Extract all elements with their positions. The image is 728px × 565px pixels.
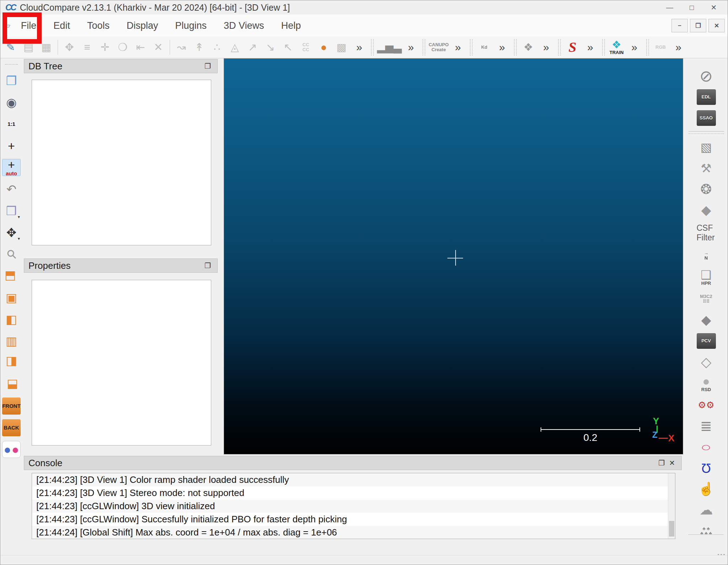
perspective-cube-icon[interactable]: ❒: [2, 202, 21, 219]
toolbar-drag-handle[interactable]: [602, 39, 605, 55]
toolbar-drag-handle[interactable]: [646, 39, 649, 55]
m3c2-plugin-icon[interactable]: M3C2⠿⠿: [697, 291, 716, 307]
left-view-icon[interactable]: ◧: [2, 311, 21, 328]
zoom-magnifier-icon[interactable]: ⚲: [2, 246, 21, 263]
animation-plugin-icon[interactable]: ▧: [697, 139, 716, 155]
cloud-cloud-distance-icon[interactable]: ↗: [244, 38, 261, 56]
global-shift-icon[interactable]: ✥: [61, 38, 78, 56]
checkerboard-icon[interactable]: ▩: [333, 38, 350, 56]
console-log[interactable]: [21:44:23] [3D View 1] Color ramp shader…: [32, 473, 675, 539]
point-pair-align-icon[interactable]: ↖: [280, 38, 297, 56]
menu-display[interactable]: Display: [118, 18, 167, 33]
no-filter-icon[interactable]: ⊘: [697, 68, 716, 84]
db-tree-view[interactable]: [32, 80, 211, 245]
histogram-icon[interactable]: ▂▅▃: [377, 38, 402, 56]
float-panel-icon[interactable]: ❐: [202, 261, 213, 270]
edl-shader-icon[interactable]: EDL: [697, 89, 716, 105]
properties-view[interactable]: [32, 280, 211, 446]
hpr-plugin-icon[interactable]: ❑HPR: [697, 269, 716, 286]
mdi-restore-button[interactable]: ❐: [690, 19, 706, 32]
save-all-icon[interactable]: ▦: [38, 38, 55, 56]
cloud-ruler-icon[interactable]: ☁: [697, 502, 716, 518]
iso-front-view-icon[interactable]: FRONT: [2, 398, 21, 415]
menu-file[interactable]: File: [12, 18, 45, 33]
zoom-1-1-icon[interactable]: 1:1: [2, 116, 21, 133]
primitive-factory-icon[interactable]: ●: [315, 38, 332, 56]
previous-view-icon[interactable]: ↶: [2, 181, 21, 198]
stereo-glasses-icon[interactable]: ●: [2, 441, 21, 458]
puzzle-overflow-button[interactable]: »: [538, 38, 555, 56]
segment-icon[interactable]: ↝: [173, 38, 190, 56]
save-icon[interactable]: ▤: [20, 38, 37, 56]
menu-3d-views[interactable]: 3D Views: [215, 18, 273, 33]
magnet-broom-icon[interactable]: Ω: [697, 460, 716, 476]
puzzle-plugin-icon[interactable]: ❖: [520, 38, 537, 56]
colorimetric-gears-icon[interactable]: ⚙⚙: [697, 397, 716, 413]
masc-train-icon[interactable]: ❖TRAIN: [608, 38, 625, 56]
right-view-icon[interactable]: ◧: [2, 354, 21, 371]
hand-picking-icon[interactable]: ☝: [697, 481, 716, 497]
rgb-plugin-icon[interactable]: RGB: [652, 38, 669, 56]
menu-help[interactable]: Help: [273, 18, 310, 33]
3d-viewport[interactable]: 0.2 Y Z X: [224, 58, 683, 454]
console-scrollbar[interactable]: [668, 473, 675, 539]
maximize-button[interactable]: □: [681, 0, 703, 15]
kd-tree-icon[interactable]: Kd: [476, 38, 493, 56]
kd-overflow-button[interactable]: »: [494, 38, 511, 56]
compute-normals-icon[interactable]: ↟: [191, 38, 208, 56]
close-panel-icon[interactable]: ✕: [667, 459, 677, 467]
csf-s-curve-icon[interactable]: S: [564, 38, 581, 56]
subsample-icon[interactable]: ∴: [208, 38, 225, 56]
statistical-test-icon[interactable]: CCCC: [297, 38, 314, 56]
pick-rotation-center-icon[interactable]: +: [2, 137, 21, 154]
iso-back-view-icon[interactable]: BACK: [2, 419, 21, 436]
pcv-plugin-icon[interactable]: PCV: [697, 333, 716, 349]
minimize-button[interactable]: —: [659, 0, 681, 15]
mdi-minimize-button[interactable]: –: [671, 19, 688, 32]
normal-estimation-icon[interactable]: →N: [697, 248, 716, 263]
masonry-shield-icon[interactable]: ◆: [697, 312, 716, 328]
mdi-close-button[interactable]: ✕: [708, 19, 725, 32]
console-scrollbar-thumb[interactable]: [669, 521, 674, 537]
sample-points-on-mesh-icon[interactable]: ◬: [226, 38, 243, 56]
pan-mode-icon[interactable]: ✥: [2, 224, 21, 241]
delete-icon[interactable]: ✕: [150, 38, 167, 56]
close-button[interactable]: ✕: [703, 0, 725, 15]
clone-icon[interactable]: ❍: [114, 38, 131, 56]
canupo-overflow-button[interactable]: »: [450, 38, 467, 56]
float-panel-icon[interactable]: ❐: [656, 459, 667, 467]
masc-overflow-button[interactable]: »: [626, 38, 643, 56]
toolbar-drag-handle[interactable]: [423, 39, 425, 55]
menu-edit[interactable]: Edit: [45, 18, 79, 33]
rsd-plugin-icon[interactable]: ●RSD: [697, 375, 716, 392]
point-list-picking-icon[interactable]: ✛: [96, 38, 113, 56]
toolbar-drag-handle[interactable]: [514, 39, 517, 55]
cloud-mesh-distance-icon[interactable]: ↘: [262, 38, 279, 56]
rgb-overflow-button[interactable]: »: [670, 38, 687, 56]
menu-plugins[interactable]: Plugins: [166, 18, 215, 33]
toolbar-overflow-button[interactable]: »: [351, 38, 368, 56]
circle-fit-icon[interactable]: ○: [697, 439, 716, 455]
canupo-create-icon[interactable]: CANUPOCreate: [429, 38, 448, 56]
csf-shield-icon[interactable]: ◆: [697, 202, 716, 218]
screenshot-camera-icon[interactable]: ◉: [2, 94, 21, 111]
compass-plugin-icon[interactable]: ❂: [697, 181, 716, 197]
toolbar-drag-handle[interactable]: [558, 39, 561, 55]
histogram-overflow-button[interactable]: »: [402, 38, 419, 56]
menu-tools[interactable]: Tools: [79, 18, 118, 33]
toolbar-drag-handle[interactable]: [371, 39, 374, 55]
clean-broom-icon[interactable]: ⚒: [697, 160, 716, 176]
back-view-icon[interactable]: ▥: [2, 332, 21, 350]
poisson-recon-icon[interactable]: ◇: [697, 354, 716, 370]
front-view-icon[interactable]: ▣: [2, 289, 21, 306]
toolbar-drag-handle[interactable]: [470, 39, 473, 55]
open-icon[interactable]: ✎: [2, 38, 19, 56]
ssao-shader-icon[interactable]: SSAO: [697, 110, 716, 126]
float-panel-icon[interactable]: ❐: [202, 62, 213, 70]
properties-list-icon[interactable]: ≡: [79, 38, 96, 56]
bottom-view-icon[interactable]: ◧: [2, 376, 21, 393]
csf-overflow-button[interactable]: »: [582, 38, 599, 56]
auto-pick-center-icon[interactable]: +auto: [2, 159, 21, 176]
display-options-icon[interactable]: ❐: [2, 72, 21, 89]
layers-plugin-icon[interactable]: ≣: [697, 418, 716, 434]
